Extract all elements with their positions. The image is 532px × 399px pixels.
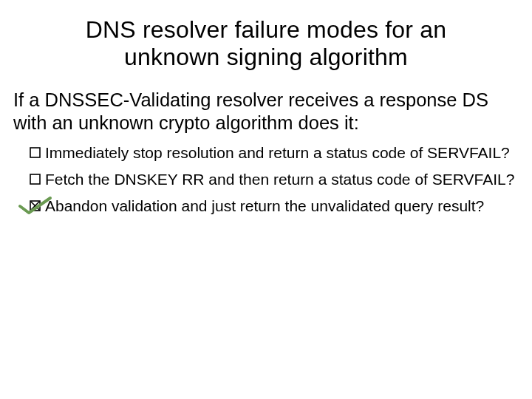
slide-title: DNS resolver failure modes for an unknow… bbox=[43, 16, 489, 71]
slide: DNS resolver failure modes for an unknow… bbox=[0, 0, 532, 399]
checkbox-icon bbox=[30, 147, 41, 158]
svg-rect-1 bbox=[30, 174, 40, 184]
intro-paragraph: If a DNSSEC-Validating resolver receives… bbox=[13, 89, 519, 134]
option-text: Immediately stop resolution and return a… bbox=[45, 143, 519, 163]
option-item: Fetch the DNSKEY RR and then return a st… bbox=[30, 170, 519, 189]
options-list: Immediately stop resolution and return a… bbox=[30, 143, 519, 216]
option-text: Abandon validation and just return the u… bbox=[45, 197, 519, 216]
checkbox-icon bbox=[30, 174, 41, 185]
option-text: Fetch the DNSKEY RR and then return a st… bbox=[45, 170, 519, 189]
checkbox-icon bbox=[30, 200, 41, 211]
option-item: Abandon validation and just return the u… bbox=[30, 197, 519, 216]
option-item: Immediately stop resolution and return a… bbox=[30, 143, 519, 163]
svg-rect-0 bbox=[30, 148, 40, 157]
